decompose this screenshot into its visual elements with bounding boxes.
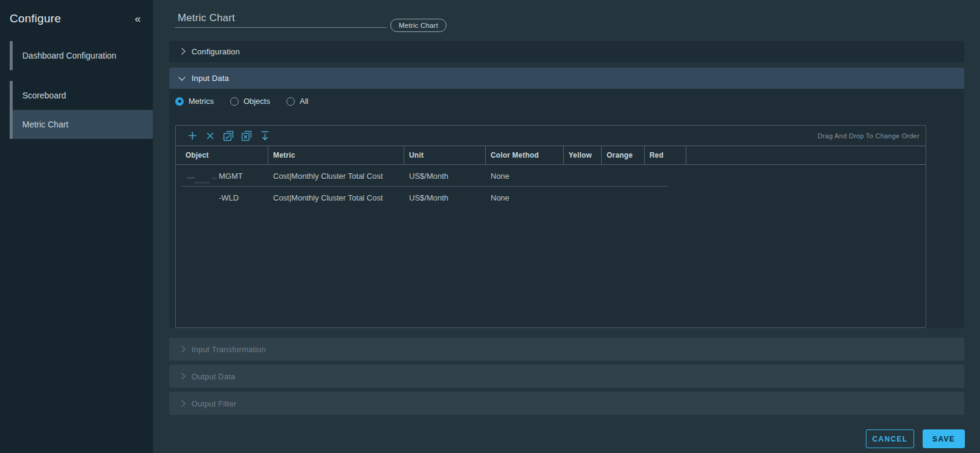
cell-yellow xyxy=(564,165,602,187)
section-input-data-card: Input Data Metrics Objects All xyxy=(169,68,964,328)
column-header-red: Red xyxy=(645,146,686,164)
input-mode-radio-group: Metrics Objects All xyxy=(175,97,964,106)
configure-sidebar: Configure « Dashboard Configuration Scor… xyxy=(0,0,153,453)
configure-dashboard-app: Configure « Dashboard Configuration Scor… xyxy=(0,0,980,453)
chevron-down-icon xyxy=(178,74,185,80)
chevron-right-icon xyxy=(178,345,185,352)
radio-all[interactable]: All xyxy=(286,97,308,106)
chevron-right-icon xyxy=(178,400,185,406)
section-input-data[interactable]: Input Data xyxy=(169,68,964,89)
collapse-sidebar-icon[interactable]: « xyxy=(132,12,143,25)
section-output-data[interactable]: Output Data xyxy=(169,365,964,388)
widget-type-badge: Metric Chart xyxy=(390,19,446,32)
radio-objects[interactable]: Objects xyxy=(230,97,270,106)
cell-metric: Cost|Monthly Cluster Total Cost xyxy=(268,187,404,208)
column-header-metric: Metric xyxy=(268,146,404,164)
radio-unselected-icon xyxy=(286,97,295,106)
sidebar-item-scoreboard[interactable]: Scoreboard xyxy=(13,81,153,110)
section-output-data-label: Output Data xyxy=(192,372,235,381)
deselect-all-icon[interactable] xyxy=(237,129,256,143)
section-input-transformation[interactable]: Input Transformation xyxy=(169,338,964,361)
column-header-orange: Orange xyxy=(602,146,645,164)
table-row[interactable]: -WLD Cost|Monthly Cluster Total Cost US$… xyxy=(176,187,926,208)
section-input-data-label: Input Data xyxy=(192,74,229,83)
cell-color-method: None xyxy=(486,165,564,187)
cell-metric: Cost|Monthly Cluster Total Cost xyxy=(268,165,404,187)
radio-metrics[interactable]: Metrics xyxy=(175,97,214,106)
section-output-filter-label: Output Filter xyxy=(192,399,236,408)
column-header-unit: Unit xyxy=(404,146,486,164)
redaction-smudge xyxy=(194,182,210,184)
radio-unselected-icon xyxy=(230,97,239,106)
cell-unit: US$/Month xyxy=(404,165,486,187)
drag-drop-hint: Drag And Drop To Change Order xyxy=(817,132,920,140)
grid-toolbar: Drag And Drop To Change Order xyxy=(176,126,926,146)
column-header-yellow: Yellow xyxy=(564,146,602,164)
redaction-smudge xyxy=(212,178,217,179)
cell-orange xyxy=(602,187,645,208)
select-all-icon[interactable] xyxy=(219,129,237,143)
sidebar-group-dashboard: Dashboard Configuration xyxy=(10,41,153,70)
widget-name-input[interactable] xyxy=(175,10,387,28)
grid-header-row: Object Metric Unit Color Method Yellow O… xyxy=(176,146,926,165)
cell-object: -WLD xyxy=(181,187,268,208)
metrics-grid: Drag And Drop To Change Order Object Met… xyxy=(175,125,926,328)
cell-orange xyxy=(602,165,645,187)
remove-icon[interactable] xyxy=(201,129,219,143)
section-configuration-label: Configuration xyxy=(192,47,240,56)
sidebar-title: Configure xyxy=(10,12,61,25)
cell-red xyxy=(645,187,686,208)
section-output-filter[interactable]: Output Filter xyxy=(169,392,964,415)
redaction-smudge xyxy=(187,177,195,179)
sidebar-group-widgets: Scoreboard Metric Chart xyxy=(10,81,153,139)
move-to-bottom-icon[interactable] xyxy=(256,129,274,143)
table-row[interactable]: MGMT Cost|Monthly Cluster Total Cost US$… xyxy=(176,165,926,187)
cell-red xyxy=(645,165,686,187)
main-panel: Metric Chart Configuration Input Data Me… xyxy=(153,0,980,453)
sidebar-header: Configure « xyxy=(0,0,153,25)
add-icon[interactable] xyxy=(183,129,201,143)
cancel-button[interactable]: CANCEL xyxy=(866,429,914,448)
section-configuration[interactable]: Configuration xyxy=(169,41,964,62)
chevron-right-icon xyxy=(178,48,185,54)
column-header-empty xyxy=(686,146,926,164)
column-header-object: Object xyxy=(181,146,268,164)
sidebar-item-metric-chart[interactable]: Metric Chart xyxy=(13,110,153,139)
cell-object: MGMT xyxy=(181,165,268,187)
radio-selected-icon xyxy=(175,97,184,106)
cell-unit: US$/Month xyxy=(404,187,486,208)
sidebar-item-dashboard-configuration[interactable]: Dashboard Configuration xyxy=(13,41,153,70)
chevron-right-icon xyxy=(178,373,185,379)
column-header-color-method: Color Method xyxy=(486,146,564,164)
cell-color-method: None xyxy=(486,187,564,208)
cell-yellow xyxy=(564,187,602,208)
section-input-transformation-label: Input Transformation xyxy=(192,345,266,354)
save-button[interactable]: SAVE xyxy=(923,429,965,448)
